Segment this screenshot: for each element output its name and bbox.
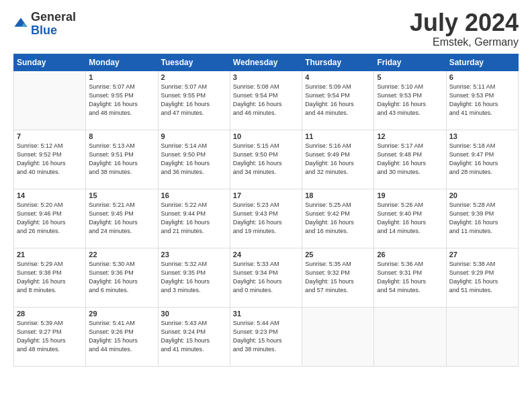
calendar-week-row: 7Sunrise: 5:12 AM Sunset: 9:52 PM Daylig…: [14, 130, 519, 189]
day-info: Sunrise: 5:16 AM Sunset: 9:49 PM Dayligh…: [305, 142, 371, 177]
day-info: Sunrise: 5:15 AM Sunset: 9:50 PM Dayligh…: [233, 142, 299, 177]
table-row: 11Sunrise: 5:16 AM Sunset: 9:49 PM Dayli…: [302, 130, 374, 189]
table-row: 5Sunrise: 5:10 AM Sunset: 9:53 PM Daylig…: [374, 71, 446, 130]
day-number: 19: [377, 191, 443, 199]
day-number: 2: [161, 73, 227, 81]
day-info: Sunrise: 5:12 AM Sunset: 9:52 PM Dayligh…: [17, 142, 83, 177]
day-number: 3: [233, 73, 299, 81]
day-info: Sunrise: 5:21 AM Sunset: 9:45 PM Dayligh…: [89, 201, 154, 236]
table-row: 14Sunrise: 5:20 AM Sunset: 9:46 PM Dayli…: [14, 189, 86, 248]
header: General Blue July 2024 Emstek, Germany: [13, 11, 519, 48]
day-number: 15: [89, 191, 154, 199]
table-row: 16Sunrise: 5:22 AM Sunset: 9:44 PM Dayli…: [158, 189, 230, 248]
day-info: Sunrise: 5:09 AM Sunset: 9:54 PM Dayligh…: [305, 83, 371, 118]
day-number: 31: [233, 310, 299, 318]
table-row: 2Sunrise: 5:07 AM Sunset: 9:55 PM Daylig…: [158, 71, 230, 130]
logo-general: General: [31, 10, 76, 24]
day-number: 29: [89, 310, 154, 318]
day-info: Sunrise: 5:18 AM Sunset: 9:47 PM Dayligh…: [449, 142, 515, 177]
calendar-week-row: 14Sunrise: 5:20 AM Sunset: 9:46 PM Dayli…: [14, 189, 519, 248]
table-row: 30Sunrise: 5:43 AM Sunset: 9:24 PM Dayli…: [158, 308, 230, 367]
day-info: Sunrise: 5:23 AM Sunset: 9:43 PM Dayligh…: [233, 201, 299, 236]
day-info: Sunrise: 5:30 AM Sunset: 9:36 PM Dayligh…: [89, 260, 154, 295]
calendar-week-row: 28Sunrise: 5:39 AM Sunset: 9:27 PM Dayli…: [14, 308, 519, 367]
calendar: Sunday Monday Tuesday Wednesday Thursday…: [13, 54, 519, 367]
day-info: Sunrise: 5:20 AM Sunset: 9:46 PM Dayligh…: [17, 201, 83, 236]
title-location: Emstek, Germany: [410, 36, 519, 48]
day-info: Sunrise: 5:29 AM Sunset: 9:38 PM Dayligh…: [17, 260, 83, 295]
col-sunday: Sunday: [14, 54, 86, 71]
table-row: [14, 71, 86, 130]
table-row: [446, 308, 518, 367]
day-info: Sunrise: 5:26 AM Sunset: 9:40 PM Dayligh…: [377, 201, 443, 236]
table-row: 13Sunrise: 5:18 AM Sunset: 9:47 PM Dayli…: [446, 130, 518, 189]
table-row: 12Sunrise: 5:17 AM Sunset: 9:48 PM Dayli…: [374, 130, 446, 189]
day-info: Sunrise: 5:10 AM Sunset: 9:53 PM Dayligh…: [377, 83, 443, 118]
table-row: 9Sunrise: 5:14 AM Sunset: 9:50 PM Daylig…: [158, 130, 230, 189]
day-number: 18: [305, 191, 371, 199]
table-row: 1Sunrise: 5:07 AM Sunset: 9:55 PM Daylig…: [86, 71, 158, 130]
table-row: 7Sunrise: 5:12 AM Sunset: 9:52 PM Daylig…: [14, 130, 86, 189]
day-info: Sunrise: 5:33 AM Sunset: 9:34 PM Dayligh…: [233, 260, 299, 295]
day-number: 25: [305, 250, 371, 259]
col-tuesday: Tuesday: [158, 54, 230, 71]
table-row: [302, 308, 374, 367]
day-info: Sunrise: 5:07 AM Sunset: 9:55 PM Dayligh…: [89, 83, 154, 118]
day-info: Sunrise: 5:41 AM Sunset: 9:26 PM Dayligh…: [89, 319, 154, 354]
title-month: July 2024: [410, 11, 519, 35]
day-info: Sunrise: 5:32 AM Sunset: 9:35 PM Dayligh…: [161, 260, 227, 295]
day-number: 13: [449, 132, 515, 140]
calendar-header-row: Sunday Monday Tuesday Wednesday Thursday…: [14, 54, 519, 71]
title-block: July 2024 Emstek, Germany: [410, 11, 519, 48]
logo-blue: Blue: [31, 24, 57, 37]
logo-text: General Blue: [31, 11, 76, 38]
day-info: Sunrise: 5:07 AM Sunset: 9:55 PM Dayligh…: [161, 83, 227, 118]
day-info: Sunrise: 5:17 AM Sunset: 9:48 PM Dayligh…: [377, 142, 443, 177]
col-wednesday: Wednesday: [230, 54, 302, 71]
day-number: 22: [89, 250, 154, 259]
day-number: 8: [89, 132, 154, 140]
day-info: Sunrise: 5:22 AM Sunset: 9:44 PM Dayligh…: [161, 201, 227, 236]
day-info: Sunrise: 5:28 AM Sunset: 9:39 PM Dayligh…: [449, 201, 515, 236]
table-row: [374, 308, 446, 367]
day-number: 6: [449, 73, 515, 81]
col-thursday: Thursday: [302, 54, 374, 71]
logo-icon: [13, 17, 28, 32]
day-info: Sunrise: 5:36 AM Sunset: 9:31 PM Dayligh…: [377, 260, 443, 295]
day-info: Sunrise: 5:11 AM Sunset: 9:53 PM Dayligh…: [449, 83, 515, 118]
day-number: 7: [17, 132, 83, 140]
calendar-week-row: 21Sunrise: 5:29 AM Sunset: 9:38 PM Dayli…: [14, 248, 519, 308]
day-info: Sunrise: 5:25 AM Sunset: 9:42 PM Dayligh…: [305, 201, 371, 236]
day-number: 20: [449, 191, 515, 199]
table-row: 20Sunrise: 5:28 AM Sunset: 9:39 PM Dayli…: [446, 189, 518, 248]
day-info: Sunrise: 5:35 AM Sunset: 9:32 PM Dayligh…: [305, 260, 371, 295]
day-number: 10: [233, 132, 299, 140]
table-row: 10Sunrise: 5:15 AM Sunset: 9:50 PM Dayli…: [230, 130, 302, 189]
day-info: Sunrise: 5:39 AM Sunset: 9:27 PM Dayligh…: [17, 319, 83, 354]
table-row: 19Sunrise: 5:26 AM Sunset: 9:40 PM Dayli…: [374, 189, 446, 248]
day-number: 14: [17, 191, 83, 199]
table-row: 4Sunrise: 5:09 AM Sunset: 9:54 PM Daylig…: [302, 71, 374, 130]
day-info: Sunrise: 5:43 AM Sunset: 9:24 PM Dayligh…: [161, 319, 227, 354]
calendar-week-row: 1Sunrise: 5:07 AM Sunset: 9:55 PM Daylig…: [14, 71, 519, 130]
col-monday: Monday: [86, 54, 158, 71]
table-row: 31Sunrise: 5:44 AM Sunset: 9:23 PM Dayli…: [230, 308, 302, 367]
day-number: 21: [17, 250, 83, 259]
table-row: 27Sunrise: 5:38 AM Sunset: 9:29 PM Dayli…: [446, 248, 518, 308]
table-row: 8Sunrise: 5:13 AM Sunset: 9:51 PM Daylig…: [86, 130, 158, 189]
table-row: 29Sunrise: 5:41 AM Sunset: 9:26 PM Dayli…: [86, 308, 158, 367]
logo: General Blue: [13, 11, 76, 38]
day-info: Sunrise: 5:08 AM Sunset: 9:54 PM Dayligh…: [233, 83, 299, 118]
day-number: 5: [377, 73, 443, 81]
table-row: 24Sunrise: 5:33 AM Sunset: 9:34 PM Dayli…: [230, 248, 302, 308]
day-number: 27: [449, 250, 515, 259]
table-row: 22Sunrise: 5:30 AM Sunset: 9:36 PM Dayli…: [86, 248, 158, 308]
day-number: 1: [89, 73, 154, 81]
day-number: 11: [305, 132, 371, 140]
day-number: 16: [161, 191, 227, 199]
table-row: 15Sunrise: 5:21 AM Sunset: 9:45 PM Dayli…: [86, 189, 158, 248]
day-number: 9: [161, 132, 227, 140]
page: General Blue July 2024 Emstek, Germany S…: [0, 0, 532, 411]
day-info: Sunrise: 5:38 AM Sunset: 9:29 PM Dayligh…: [449, 260, 515, 295]
table-row: 28Sunrise: 5:39 AM Sunset: 9:27 PM Dayli…: [14, 308, 86, 367]
